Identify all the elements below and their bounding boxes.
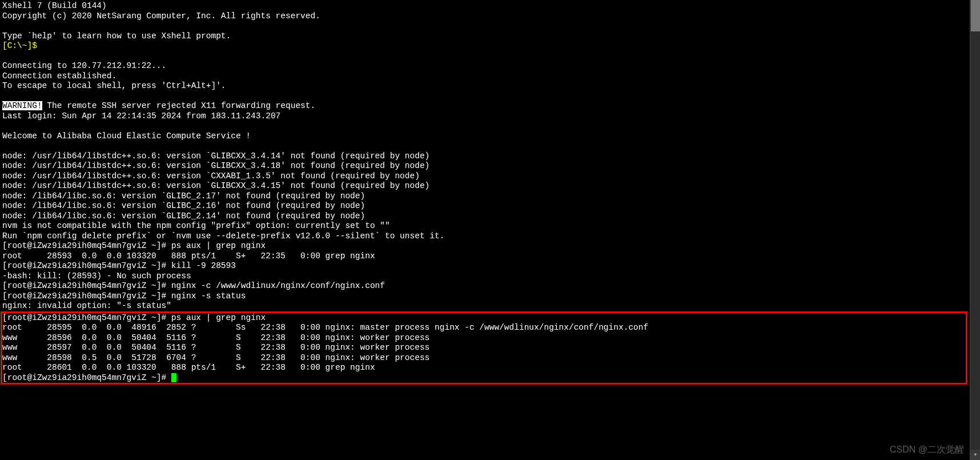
ps-row: root 28601 0.0 0.0 103320 888 pts/1 S+ 2… (2, 363, 375, 372)
nvm-line: nvm is not compatible with the npm confi… (2, 221, 390, 230)
shell-prompt: [root@iZwz9ia29ih0mq54mn7gviZ ~]# (2, 281, 171, 290)
shell-prompt: [root@iZwz9ia29ih0mq54mn7gviZ ~]# (2, 373, 171, 382)
command: ps aux | grep nginx (171, 313, 266, 322)
warning-label: WARNING! (2, 101, 42, 110)
output-line: nginx: invalid option: "-s status" (2, 301, 171, 310)
warning-text: The remote SSH server rejected X11 forwa… (42, 101, 316, 110)
ps-row: www 28598 0.5 0.0 51728 6704 ? S 22:38 0… (2, 353, 429, 362)
output-line: root 28593 0.0 0.0 103320 888 pts/1 S+ 2… (2, 251, 375, 261)
scrollbar-thumb[interactable] (971, 0, 980, 31)
help-line: Type `help' to learn how to use Xshell p… (2, 31, 231, 41)
shell-prompt: [root@iZwz9ia29ih0mq54mn7gviZ ~]# (2, 313, 171, 322)
copyright: Copyright (c) 2020 NetSarang Computer, I… (2, 11, 320, 21)
shell-prompt: [root@iZwz9ia29ih0mq54mn7gviZ ~]# (2, 291, 171, 301)
ps-row: www 28597 0.0 0.0 50404 5116 ? S 22:38 0… (2, 343, 429, 352)
connecting-line: Connecting to 120.77.212.91:22... (2, 61, 166, 70)
ps-row: www 28596 0.0 0.0 50404 5116 ? S 22:38 0… (2, 333, 429, 342)
terminal-output[interactable]: Xshell 7 (Build 0144) Copyright (c) 2020… (0, 0, 970, 460)
scrollbar-down-button[interactable]: ▼ (970, 450, 980, 460)
err-line: node: /usr/lib64/libstdc++.so.6: version… (2, 151, 429, 161)
welcome-line: Welcome to Alibaba Cloud Elastic Compute… (2, 131, 251, 141)
shell-prompt: [root@iZwz9ia29ih0mq54mn7gviZ ~]# (2, 241, 171, 250)
ps-row: root 28595 0.0 0.0 48916 2852 ? Ss 22:38… (2, 323, 648, 332)
terminal-content: Xshell 7 (Build 0144) Copyright (c) 2020… (2, 1, 967, 311)
err-line: node: /usr/lib64/libstdc++.so.6: version… (2, 171, 420, 181)
cursor (171, 373, 176, 382)
local-prompt: [C:\~]$ (2, 41, 37, 50)
highlighted-content: [root@iZwz9ia29ih0mq54mn7gviZ ~]# ps aux… (2, 313, 966, 383)
err-line: node: /usr/lib64/libstdc++.so.6: version… (2, 161, 429, 170)
shell-prompt: [root@iZwz9ia29ih0mq54mn7gviZ ~]# (2, 261, 171, 270)
connected-line: Connection established. (2, 71, 117, 81)
err-line: node: /lib64/libc.so.6: version `GLIBC_2… (2, 191, 365, 201)
command: ps aux | grep nginx (171, 241, 266, 250)
escape-line: To escape to local shell, press 'Ctrl+Al… (2, 81, 226, 90)
output-line: -bash: kill: (28593) - No such process (2, 271, 191, 281)
nvm-line: Run `npm config delete prefix` or `nvm u… (2, 231, 444, 241)
highlighted-region: [root@iZwz9ia29ih0mq54mn7gviZ ~]# ps aux… (1, 311, 967, 385)
command: nginx -s status (171, 291, 246, 301)
command: nginx -c /www/wdlinux/nginx/conf/nginx.c… (171, 281, 385, 290)
app-title: Xshell 7 (Build 0144) (2, 1, 107, 10)
command: kill -9 28593 (171, 261, 236, 270)
err-line: node: /lib64/libc.so.6: version `GLIBC_2… (2, 201, 365, 210)
last-login: Last login: Sun Apr 14 22:14:35 2024 fro… (2, 111, 280, 121)
err-line: node: /lib64/libc.so.6: version `GLIBC_2… (2, 211, 365, 221)
err-line: node: /usr/lib64/libstdc++.so.6: version… (2, 181, 429, 190)
vertical-scrollbar[interactable]: ▼ (970, 0, 980, 460)
